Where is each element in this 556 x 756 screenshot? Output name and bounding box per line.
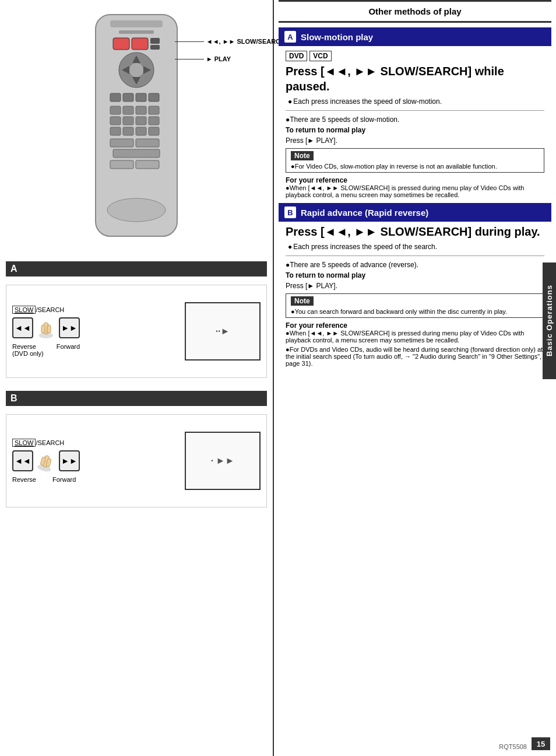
note-header-b: Note: [291, 296, 314, 306]
svg-rect-1: [110, 20, 163, 27]
svg-rect-27: [136, 127, 146, 135]
svg-rect-30: [136, 139, 159, 147]
section-a-note: Note ●For Video CDs, slow-motion play in…: [286, 148, 544, 173]
section-a-content: DVD VCD Press [◄◄, ►► SLOW/SEARCH] while…: [279, 51, 551, 198]
diagram-a: SLOW/SEARCH ◄◄ ►►: [6, 285, 267, 378]
diagram-a-left: SLOW/SEARCH ◄◄ ►►: [12, 306, 80, 357]
left-section-b-label: B: [6, 391, 267, 406]
svg-rect-13: [110, 93, 121, 102]
remote-area: ◄◄, ►► SLOW/SEARCH ► PLAY: [6, 6, 267, 251]
diagram-b-reverse-btn: ◄◄: [12, 450, 33, 471]
hand-cursor-b-icon: [36, 449, 57, 473]
svg-rect-17: [110, 106, 121, 114]
diagram-b-left: SLOW/SEARCH ◄◄ ►► Reverse For: [12, 439, 80, 483]
svg-rect-25: [110, 127, 121, 135]
section-a-speed-note: ●There are 5 speeds of slow-motion.: [286, 116, 544, 124]
svg-rect-5: [150, 38, 160, 44]
section-a-title: Slow-motion play: [301, 32, 373, 42]
page-header: Other methods of play: [279, 0, 551, 23]
section-a-letter: A: [284, 31, 296, 43]
section-a-header: A Slow-motion play: [279, 27, 551, 46]
annotation-slow-search: ◄◄, ►► SLOW/SEARCH: [206, 38, 285, 45]
svg-rect-23: [136, 117, 146, 125]
svg-rect-14: [123, 93, 133, 102]
diagram-a-reverse-btn: ◄◄: [12, 317, 33, 338]
note-header-a: Note: [291, 151, 314, 160]
svg-point-34: [107, 198, 166, 222]
remote-annotations: ◄◄, ►► SLOW/SEARCH ► PLAY: [175, 38, 285, 62]
section-a-ref-text: ●When [◄◄, ►► SLOW/SEARCH] is pressed du…: [286, 184, 544, 198]
svg-rect-6: [150, 45, 160, 50]
section-b-ref-text1: ●When [◄◄, ►► SLOW/SEARCH] is pressed du…: [286, 330, 544, 344]
section-b-return-label: To return to normal play: [286, 271, 544, 279]
diagram-a-btn-row: ◄◄ ►►: [12, 317, 80, 338]
svg-rect-3: [113, 38, 129, 50]
diagram-b: SLOW/SEARCH ◄◄ ►► Reverse For: [6, 414, 267, 508]
svg-rect-26: [123, 127, 133, 135]
page-number: 15: [532, 737, 550, 750]
badge-row-a: DVD VCD: [286, 51, 544, 61]
vcd-badge: VCD: [309, 51, 331, 61]
section-b-speed-note: ●There are 5 speeds of advance (reverse)…: [286, 261, 544, 269]
section-a-note1: ●For Video CDs, slow-motion play in reve…: [291, 163, 539, 170]
section-a-return-text: Press [► PLAY].: [286, 136, 544, 145]
diagram-a-forward-btn: ►►: [59, 317, 80, 338]
section-b-ref-label: For your reference: [286, 321, 544, 330]
section-b-instruction: Press [◄◄, ►► SLOW/SEARCH] during play.: [286, 224, 544, 239]
section-b-header: B Rapid advance (Rapid reverse): [279, 203, 551, 222]
section-a-ref-label: For your reference: [286, 176, 544, 184]
svg-rect-15: [136, 93, 146, 102]
divider-b1: [286, 256, 544, 256]
svg-rect-24: [149, 117, 159, 125]
diagram-a-slow-label: SLOW/SEARCH: [12, 306, 64, 314]
annotation-play: ► PLAY: [206, 55, 231, 62]
section-b-return-text: Press [► PLAY].: [286, 282, 544, 290]
diagram-a-btn-labels: Reverse (DVD only) Forward: [12, 343, 80, 357]
divider-a1: [286, 110, 544, 111]
diagram-b-slow-label: SLOW/SEARCH: [12, 439, 64, 447]
section-b-content: Press [◄◄, ►► SLOW/SEARCH] during play. …: [279, 224, 551, 367]
diagram-b-forward-btn: ►►: [59, 450, 80, 471]
section-b-bullet1: Each press increases the speed of the se…: [286, 243, 544, 251]
svg-rect-18: [123, 106, 133, 114]
diagram-b-display: · ►►: [185, 432, 261, 490]
svg-rect-19: [136, 106, 146, 114]
section-b-ref-text2: ●For DVDs and Video CDs, audio will be h…: [286, 346, 544, 367]
hand-cursor-icon: [38, 318, 54, 338]
doc-code: RQT5508: [499, 743, 527, 750]
section-a-bullet1: Each press increases the speed of slow-m…: [286, 97, 544, 106]
section-a-return-label: To return to normal play: [286, 126, 544, 134]
section-b-title: Rapid advance (Rapid reverse): [301, 208, 428, 218]
section-a-instruction: Press [◄◄, ►► SLOW/SEARCH] while paused.: [286, 64, 544, 94]
svg-rect-33: [136, 160, 159, 169]
svg-rect-28: [149, 127, 159, 135]
right-panel: Other methods of play A Slow-motion play…: [274, 0, 556, 756]
svg-rect-2: [119, 30, 154, 34]
svg-rect-4: [132, 38, 148, 50]
section-b-letter: B: [284, 206, 296, 218]
left-section-a-label: A: [6, 261, 267, 276]
diagram-b-btn-row: ◄◄ ►►: [12, 450, 80, 471]
svg-point-8: [129, 63, 143, 77]
svg-rect-29: [110, 139, 133, 147]
svg-rect-20: [149, 106, 159, 114]
svg-rect-22: [123, 117, 133, 125]
left-panel: ◄◄, ►► SLOW/SEARCH ► PLAY A SLOW/SEARCH …: [0, 0, 274, 756]
diagram-b-btn-labels: Reverse Forward: [12, 476, 76, 483]
svg-rect-37: [41, 325, 45, 333]
page-title: Other methods of play: [368, 6, 461, 16]
dvd-badge: DVD: [286, 51, 307, 61]
svg-rect-38: [47, 325, 51, 333]
svg-rect-21: [110, 117, 121, 125]
section-b-note: Note ●You can search forward and backwar…: [286, 293, 544, 318]
svg-rect-31: [113, 149, 160, 158]
diagram-a-display: ··►: [185, 302, 261, 360]
section-b-note1: ●You can search forward and backward onl…: [291, 308, 539, 315]
svg-rect-16: [149, 93, 159, 102]
side-tab: Basic Operations: [543, 262, 556, 379]
svg-rect-32: [110, 160, 133, 169]
